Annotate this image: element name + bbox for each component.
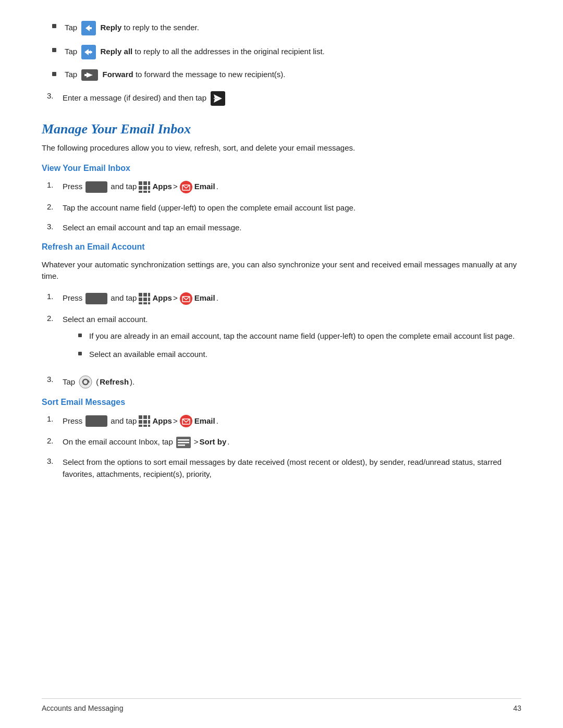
svg-rect-48 [178, 445, 185, 446]
apps-label-view1: Apps [152, 181, 172, 193]
svg-rect-22 [143, 293, 147, 297]
sub-bullet-2: Select an available email account. [78, 349, 515, 361]
sub-bullet-dot-1 [78, 334, 82, 337]
view-step3-num: 3. [47, 222, 63, 231]
svg-rect-15 [148, 186, 150, 190]
svg-rect-38 [143, 420, 147, 424]
email-icon-view1 [179, 181, 193, 193]
sort-title: Sort Email Messages [42, 398, 521, 407]
bullet-dot-reply [52, 24, 56, 28]
refresh-title: Refresh an Email Account [42, 242, 521, 252]
email-label-refresh1: Email [194, 292, 215, 304]
footer-right: 43 [513, 704, 521, 712]
bullet-reply-all: Tap Reply all to reply to all the addres… [42, 45, 521, 59]
step3-content: Enter a message (if desired) and then ta… [63, 91, 227, 106]
forward-label: Forward [103, 70, 133, 79]
reply-icon [79, 23, 100, 32]
view-step1: 1. Press and tap Apps > [42, 180, 521, 194]
svg-rect-16 [139, 191, 142, 193]
sort-step3: 3. Select from the options to sort email… [42, 456, 521, 480]
svg-rect-14 [143, 186, 147, 190]
svg-rect-34 [139, 415, 142, 419]
email-icon-sort1 [179, 415, 193, 427]
view-step2-content: Tap the account name field (upper-left) … [63, 202, 356, 214]
home-button-view1 [85, 181, 107, 193]
email-label-view1: Email [194, 181, 215, 193]
forward-icon [79, 70, 102, 79]
sub-bullet-1: If you are already in an email account, … [78, 330, 515, 342]
step3-num: 3. [47, 91, 63, 100]
apps-label-sort1: Apps [152, 415, 172, 427]
manage-section-title: Manage Your Email Inbox [42, 121, 521, 137]
sub-bullet-text-2: Select an available email account. [89, 349, 207, 361]
refresh-step1-content: Press and tap Apps > [63, 292, 218, 305]
sort-by-label: Sort by [200, 436, 227, 448]
bullet-dot-forward [52, 72, 56, 76]
view-step2-num: 2. [47, 202, 63, 211]
bullet-forward: Tap Forward to forward the message to ne… [42, 69, 521, 81]
svg-rect-11 [143, 181, 147, 185]
svg-rect-29 [148, 302, 150, 304]
refresh-step1-num: 1. [47, 292, 63, 301]
svg-rect-18 [148, 191, 150, 193]
svg-rect-40 [139, 425, 142, 427]
view-step1-content: Press and tap Apps > [63, 180, 218, 194]
sort-step2-content: On the email account Inbox, tap > Sort b… [63, 436, 229, 448]
refresh-icon [76, 375, 95, 389]
refresh-step3-content: Tap (Refresh). [63, 375, 134, 389]
refresh-sub-bullets: If you are already in an email account, … [78, 330, 515, 360]
svg-rect-26 [148, 298, 150, 301]
svg-rect-35 [143, 415, 147, 419]
svg-rect-47 [178, 442, 189, 443]
svg-rect-37 [139, 420, 142, 424]
svg-point-43 [180, 415, 192, 427]
bullet-section: Tap Reply to reply to the sender. Tap [42, 21, 521, 81]
apps-label-refresh1: Apps [152, 292, 172, 304]
bullet-reply-text: Tap Reply to reply to the sender. [65, 21, 199, 35]
sort-step1-num: 1. [47, 414, 63, 423]
svg-rect-17 [143, 191, 147, 193]
bullet-reply-all-text: Tap Reply all to reply to all the addres… [65, 45, 325, 59]
footer: Accounts and Messaging 43 [42, 698, 521, 712]
manage-section-desc: The following procedures allow you to vi… [42, 142, 521, 154]
sort-step1: 1. Press and tap Apps > [42, 414, 521, 428]
svg-rect-39 [148, 420, 150, 424]
svg-rect-42 [148, 425, 150, 427]
view-step3-content: Select an email account and tap an email… [63, 222, 242, 234]
svg-rect-10 [139, 181, 142, 185]
svg-rect-25 [143, 298, 147, 301]
apps-icon-view1 [138, 180, 151, 194]
reply-label: Reply [101, 23, 122, 32]
sort-step2-num: 2. [47, 436, 63, 445]
email-icon-refresh1 [179, 292, 193, 305]
svg-point-30 [180, 292, 192, 305]
svg-rect-21 [139, 293, 142, 297]
refresh-step3: 3. Tap (Refresh). [42, 375, 521, 389]
svg-rect-28 [143, 302, 147, 304]
footer-left: Accounts and Messaging [42, 704, 123, 712]
home-button-sort1 [85, 415, 107, 427]
svg-rect-13 [139, 186, 142, 190]
reply-all-label: Reply all [101, 47, 133, 56]
reply-all-icon [79, 47, 100, 56]
home-button-refresh1 [85, 293, 107, 304]
refresh-desc: Whatever your automatic synchronization … [42, 259, 521, 282]
sub-bullet-text-1: If you are already in an email account, … [89, 330, 515, 342]
view-step2: 2. Tap the account name field (upper-lef… [42, 202, 521, 214]
svg-rect-27 [139, 302, 142, 304]
svg-rect-24 [139, 298, 142, 301]
sort-step2: 2. On the email account Inbox, tap > Sor… [42, 436, 521, 448]
menu-list-icon [174, 436, 193, 448]
view-inbox-title: View Your Email Inbox [42, 164, 521, 173]
refresh-step3-num: 3. [47, 375, 63, 384]
sort-step3-num: 3. [47, 456, 63, 465]
apps-icon-sort1 [138, 414, 151, 428]
svg-rect-41 [143, 425, 147, 427]
svg-rect-46 [178, 439, 189, 441]
view-step3: 3. Select an email account and tap an em… [42, 222, 521, 234]
step3-item: 3. Enter a message (if desired) and then… [42, 91, 521, 106]
svg-point-32 [79, 376, 92, 388]
send-icon [209, 93, 227, 102]
refresh-step1: 1. Press and tap Apps > [42, 292, 521, 305]
sub-bullet-dot-2 [78, 352, 82, 355]
